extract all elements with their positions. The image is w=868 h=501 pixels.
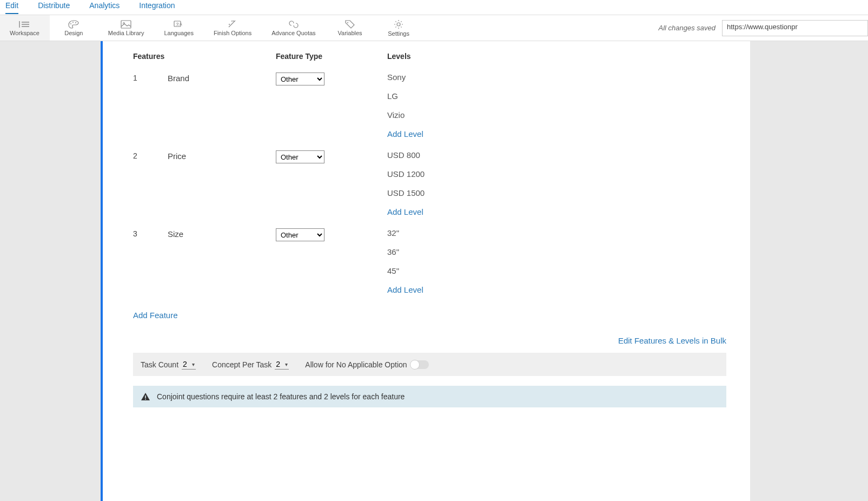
toolbar: Workspace Design Media Library 文A Langua… — [0, 15, 868, 41]
allow-none-label: Allow for No Applicable Option — [305, 360, 407, 369]
feature-row: 2PriceOtherUSD 800USD 1200USD 1500Add Le… — [133, 150, 726, 216]
info-bar: Conjoint questions require at least 2 fe… — [133, 386, 726, 407]
feature-name[interactable]: Size — [168, 228, 276, 239]
top-tabs: Edit Distribute Analytics Integration — [0, 0, 868, 15]
level-item[interactable]: 36" — [387, 247, 726, 256]
svg-point-1 — [72, 22, 74, 23]
toolbar-languages[interactable]: 文A Languages — [154, 15, 203, 41]
level-item[interactable]: Sony — [387, 72, 726, 82]
feature-type-select[interactable]: Other — [276, 150, 324, 163]
wand-icon — [227, 20, 238, 29]
task-count-select[interactable]: 2 — [182, 359, 196, 370]
edit-bulk-link[interactable]: Edit Features & Levels in Bulk — [133, 336, 726, 345]
toolbar-label: Workspace — [10, 30, 39, 36]
svg-point-0 — [70, 23, 71, 24]
feature-index: 1 — [133, 72, 168, 82]
add-level-link[interactable]: Add Level — [387, 285, 726, 294]
tab-analytics[interactable]: Analytics — [89, 0, 120, 13]
level-item[interactable]: 45" — [387, 266, 726, 275]
tab-integration[interactable]: Integration — [139, 0, 175, 13]
toolbar-settings[interactable]: Settings — [375, 15, 423, 41]
feature-row: 3SizeOther32"36"45"Add Level — [133, 228, 726, 294]
svg-point-7 — [347, 22, 348, 23]
features-header-row: Features Feature Type Levels — [133, 52, 726, 61]
toolbar-advance-quotas[interactable]: Advance Quotas — [262, 15, 326, 41]
add-level-link[interactable]: Add Level — [387, 207, 726, 216]
level-item[interactable]: USD 1500 — [387, 188, 726, 197]
add-feature-link[interactable]: Add Feature — [133, 311, 726, 320]
feature-row: 1BrandOtherSonyLGVizioAdd Level — [133, 72, 726, 139]
workspace-icon — [18, 20, 30, 29]
toolbar-finish-options[interactable]: Finish Options — [204, 15, 262, 41]
toolbar-label: Languages — [164, 30, 193, 36]
feature-name[interactable]: Price — [168, 150, 276, 161]
toolbar-label: Variables — [338, 30, 362, 36]
toolbar-workspace[interactable]: Workspace — [0, 15, 50, 41]
toolbar-label: Design — [64, 30, 83, 36]
svg-point-2 — [75, 22, 76, 23]
concept-per-task-label: Concept Per Task — [212, 360, 271, 369]
toolbar-design[interactable]: Design — [50, 15, 98, 41]
level-item[interactable]: Vizio — [387, 110, 726, 120]
task-count-label: Task Count — [141, 360, 178, 369]
feature-name[interactable]: Brand — [168, 72, 276, 83]
feature-type-select[interactable]: Other — [276, 228, 324, 241]
col-features: Features — [133, 52, 276, 61]
allow-none-toggle[interactable] — [410, 360, 429, 369]
toolbar-label: Finish Options — [214, 30, 251, 36]
link-icon — [288, 20, 299, 29]
level-item[interactable]: USD 800 — [387, 150, 726, 160]
concept-per-task-select[interactable]: 2 — [275, 359, 289, 370]
col-feature-type: Feature Type — [276, 52, 387, 61]
col-levels: Levels — [387, 52, 726, 61]
toolbar-label: Settings — [388, 30, 409, 37]
svg-point-8 — [397, 23, 400, 26]
svg-rect-10 — [145, 399, 146, 400]
translate-icon: 文A — [174, 20, 184, 29]
feature-type-select[interactable]: Other — [276, 72, 324, 85]
config-bar: Task Count 2 Concept Per Task 2 Allow fo… — [133, 353, 726, 376]
info-message: Conjoint questions require at least 2 fe… — [157, 392, 405, 401]
url-input[interactable]: https://www.questionpr — [722, 20, 868, 36]
toolbar-label: Advance Quotas — [271, 30, 315, 36]
svg-rect-3 — [121, 21, 131, 28]
save-status: All changes saved — [658, 24, 715, 32]
warning-icon — [141, 392, 150, 401]
toolbar-variables[interactable]: Variables — [326, 15, 375, 41]
level-item[interactable]: 32" — [387, 228, 726, 238]
image-icon — [121, 20, 131, 29]
add-level-link[interactable]: Add Level — [387, 129, 726, 139]
tab-distribute[interactable]: Distribute — [38, 0, 70, 13]
level-item[interactable]: LG — [387, 91, 726, 101]
toolbar-media-library[interactable]: Media Library — [98, 15, 155, 41]
toolbar-label: Media Library — [108, 30, 144, 36]
palette-icon — [68, 20, 79, 29]
gear-icon — [394, 19, 403, 29]
left-gutter — [0, 41, 101, 501]
tag-icon — [344, 20, 355, 29]
tab-edit[interactable]: Edit — [5, 0, 18, 14]
feature-index: 2 — [133, 150, 168, 160]
feature-index: 3 — [133, 228, 168, 238]
editor-panel: Features Feature Type Levels 1BrandOther… — [101, 41, 750, 501]
svg-text:文A: 文A — [176, 22, 182, 26]
svg-rect-9 — [145, 395, 146, 398]
level-item[interactable]: USD 1200 — [387, 169, 726, 179]
right-gutter — [750, 41, 868, 501]
